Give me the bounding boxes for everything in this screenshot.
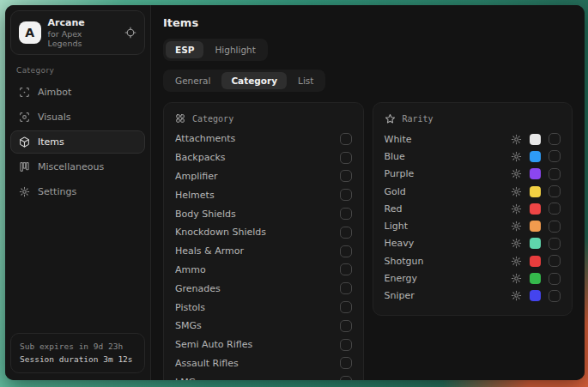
rarity-color-swatch[interactable] <box>530 290 541 301</box>
page-title: Items <box>163 16 573 29</box>
tab-general[interactable]: General <box>166 72 220 89</box>
rarity-settings-gear-icon[interactable] <box>511 221 522 232</box>
crosshair-icon <box>19 87 30 98</box>
eye-icon <box>19 112 30 123</box>
rarity-color-swatch[interactable] <box>530 238 541 249</box>
rarity-checkbox[interactable] <box>549 150 561 162</box>
category-row-helmets: Helmets <box>175 185 352 204</box>
rarity-checkbox[interactable] <box>549 133 561 145</box>
box-icon <box>19 136 30 148</box>
rarity-settings-gear-icon[interactable] <box>511 151 522 162</box>
rarity-color-swatch[interactable] <box>530 203 541 215</box>
tab-category[interactable]: Category <box>221 72 287 89</box>
columns-icon <box>19 161 30 172</box>
tab-highlight[interactable]: Highlight <box>205 41 264 58</box>
rarity-settings-gear-icon[interactable] <box>511 186 522 197</box>
category-row-label: Grenades <box>175 283 221 294</box>
category-row-amplifier: Amplifier <box>175 167 352 186</box>
rarity-checkbox[interactable] <box>549 290 561 302</box>
sidebar-item-settings[interactable]: Settings <box>10 180 145 203</box>
category-panel-title: Category <box>192 114 233 124</box>
category-row-ammo: Ammo <box>175 261 352 280</box>
rarity-settings-gear-icon[interactable] <box>511 238 522 249</box>
sidebar-item-label: Items <box>38 136 64 148</box>
sidebar: A Arcane for Apex Legends Category Aimbo… <box>5 5 151 380</box>
sidebar-item-label: Aimbot <box>38 87 71 98</box>
category-row-label: SMGs <box>175 320 202 331</box>
category-checkbox[interactable] <box>340 152 352 164</box>
category-checkbox[interactable] <box>340 189 352 201</box>
category-checkbox[interactable] <box>340 227 352 239</box>
sidebar-item-visuals[interactable]: Visuals <box>10 106 145 129</box>
category-checkbox[interactable] <box>340 357 352 369</box>
rarity-row-label: Heavy <box>385 238 415 249</box>
sidebar-item-miscellaneous[interactable]: Miscellaneous <box>10 155 145 178</box>
rarity-settings-gear-icon[interactable] <box>511 256 522 267</box>
rarity-row-red: Red <box>385 200 561 217</box>
category-checkbox[interactable] <box>340 282 352 294</box>
rarity-color-swatch[interactable] <box>530 273 541 284</box>
rarity-checkbox[interactable] <box>549 273 561 285</box>
category-row-knockdown-shields: Knockdown Shields <box>175 223 352 242</box>
rarity-checkbox[interactable] <box>549 185 561 197</box>
category-checkbox[interactable] <box>340 376 352 380</box>
rarity-row-shotgun: Shotgun <box>385 252 561 269</box>
rarity-settings-gear-icon[interactable] <box>511 203 522 215</box>
rarity-color-swatch[interactable] <box>530 134 541 145</box>
rarity-row-label: Purple <box>385 168 415 179</box>
rarity-color-swatch[interactable] <box>530 151 541 162</box>
rarity-row-white: White <box>385 130 561 148</box>
rarity-checkbox[interactable] <box>549 255 561 267</box>
rarity-panel-title: Rarity <box>403 114 433 124</box>
rarity-settings-gear-icon[interactable] <box>511 290 522 301</box>
sub-expiry-text: Sub expires in 9d 23h <box>20 340 136 354</box>
rarity-color-swatch[interactable] <box>530 186 541 197</box>
category-checkbox[interactable] <box>340 208 352 220</box>
rarity-checkbox[interactable] <box>549 203 561 215</box>
main-content: Items ESPHighlight GeneralCategoryList C… <box>151 5 585 380</box>
tab-list[interactable]: List <box>288 72 323 89</box>
category-row-grenades: Grenades <box>175 279 352 298</box>
category-row-assault-rifles: Assault Rifles <box>175 354 352 373</box>
tab-esp[interactable]: ESP <box>166 41 203 58</box>
category-row-body-shields: Body Shields <box>175 204 352 223</box>
target-icon[interactable] <box>124 27 136 39</box>
rarity-row-label: Blue <box>385 151 405 162</box>
view-tab-group: GeneralCategoryList <box>163 70 325 92</box>
category-row-pistols: Pistols <box>175 298 352 317</box>
rarity-row-label: Sniper <box>385 290 415 301</box>
category-checkbox[interactable] <box>340 263 352 275</box>
category-row-label: Ammo <box>175 264 206 275</box>
rarity-checkbox[interactable] <box>549 168 561 180</box>
sidebar-item-label: Settings <box>38 186 76 197</box>
rarity-checkbox[interactable] <box>549 221 561 233</box>
app-logo: A <box>19 21 41 44</box>
rarity-color-swatch[interactable] <box>530 168 541 179</box>
category-row-heals-armor: Heals & Armor <box>175 242 352 261</box>
rarity-settings-gear-icon[interactable] <box>511 273 522 284</box>
sidebar-item-label: Visuals <box>38 112 71 123</box>
category-rows: Attachments Backpacks Amplifier Helmets … <box>175 130 352 380</box>
rarity-row-purple: Purple <box>385 166 561 183</box>
rarity-checkbox[interactable] <box>549 238 561 250</box>
rarity-settings-gear-icon[interactable] <box>511 134 522 145</box>
rarity-row-label: Shotgun <box>385 256 424 267</box>
rarity-color-swatch[interactable] <box>530 256 541 267</box>
sidebar-item-items[interactable]: Items <box>10 130 145 154</box>
rarity-row-label: Energy <box>385 273 418 284</box>
category-checkbox[interactable] <box>340 245 352 257</box>
category-checkbox[interactable] <box>340 301 352 313</box>
rarity-rows: White Blue Purple Gold Red <box>385 130 561 305</box>
category-checkbox[interactable] <box>340 133 352 145</box>
session-duration-text: Session duration 3m 12s <box>20 353 136 366</box>
category-checkbox[interactable] <box>340 339 352 351</box>
app-title: Arcane <box>48 17 118 28</box>
rarity-row-sniper: Sniper <box>385 287 561 305</box>
rarity-color-swatch[interactable] <box>530 221 541 232</box>
category-row-label: Body Shields <box>175 209 236 220</box>
sidebar-item-aimbot[interactable]: Aimbot <box>10 81 145 104</box>
category-checkbox[interactable] <box>340 170 352 182</box>
category-checkbox[interactable] <box>340 320 352 332</box>
rarity-settings-gear-icon[interactable] <box>511 168 522 179</box>
category-row-label: Assault Rifles <box>175 358 239 369</box>
